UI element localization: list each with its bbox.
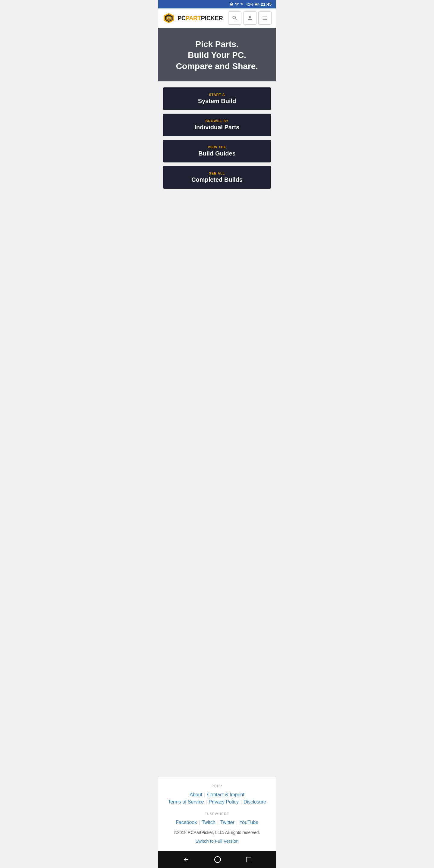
android-nav-bar	[158, 851, 276, 868]
build-guides-button[interactable]: VIEW THE Build Guides	[163, 140, 271, 162]
status-bar: 42% 21:45	[158, 0, 276, 8]
alarm-icon	[229, 2, 234, 6]
disclosure-link[interactable]: Disclosure	[244, 799, 266, 805]
search-button[interactable]	[228, 11, 241, 25]
user-button[interactable]	[243, 11, 256, 25]
wifi-icon	[235, 2, 239, 6]
search-icon	[232, 15, 238, 21]
social-links: Facebook | Twitch | Twitter | YouTube	[163, 820, 271, 825]
hamburger-icon	[262, 15, 268, 21]
status-icons: 42% 21:45	[229, 2, 272, 7]
tos-link[interactable]: Terms of Service	[168, 799, 204, 805]
footer: PCPP About | Contact & Imprint Terms of …	[158, 777, 276, 851]
svg-text:PC: PC	[167, 17, 171, 20]
about-link[interactable]: About	[190, 792, 202, 798]
back-button[interactable]	[183, 856, 189, 863]
facebook-link[interactable]: Facebook	[176, 820, 197, 825]
pcpp-links-row1: About | Contact & Imprint	[163, 792, 271, 798]
privacy-policy-link[interactable]: Privacy Policy	[209, 799, 239, 805]
twitch-link[interactable]: Twitch	[202, 820, 215, 825]
logo-text: PCPARTPICKER	[178, 15, 223, 22]
elsewhere-section: ELSEWHERE Facebook | Twitch | Twitter | …	[163, 812, 271, 825]
battery-icon	[255, 3, 259, 6]
copyright-text: ©2018 PCPartPicker, LLC. All rights rese…	[163, 830, 271, 835]
completed-builds-button[interactable]: SEE ALL Completed Builds	[163, 166, 271, 189]
signal-icon	[240, 2, 244, 6]
pcpp-label: PCPP	[163, 784, 271, 788]
svg-rect-2	[255, 4, 257, 5]
elsewhere-label: ELSEWHERE	[163, 812, 271, 815]
contact-imprint-link[interactable]: Contact & Imprint	[207, 792, 244, 798]
hero-section: Pick Parts. Build Your PC. Compare and S…	[158, 28, 276, 82]
pcpp-links-row2: Terms of Service | Privacy Policy | Disc…	[163, 799, 271, 805]
hero-title: Pick Parts. Build Your PC. Compare and S…	[164, 39, 270, 72]
svg-rect-1	[259, 4, 259, 4]
youtube-link[interactable]: YouTube	[239, 820, 258, 825]
user-icon	[247, 15, 253, 21]
individual-parts-button[interactable]: BROWSE BY Individual Parts	[163, 114, 271, 136]
header: PC PCPARTPICKER	[158, 8, 276, 28]
logo-icon: PC	[162, 12, 175, 24]
twitter-link[interactable]: Twitter	[220, 820, 235, 825]
system-build-button[interactable]: START A System Build	[163, 87, 271, 110]
time-display: 21:45	[261, 2, 272, 7]
recent-apps-button[interactable]	[246, 857, 251, 862]
header-actions	[228, 11, 272, 25]
switch-version-link[interactable]: Switch to Full Version	[195, 838, 239, 844]
logo[interactable]: PC PCPARTPICKER	[162, 12, 223, 24]
main-content: START A System Build BROWSE BY Individua…	[158, 82, 276, 777]
pcpp-section: PCPP About | Contact & Imprint Terms of …	[163, 784, 271, 805]
battery-percentage: 42%	[246, 2, 253, 7]
home-button[interactable]	[214, 856, 221, 863]
menu-button[interactable]	[258, 11, 272, 25]
